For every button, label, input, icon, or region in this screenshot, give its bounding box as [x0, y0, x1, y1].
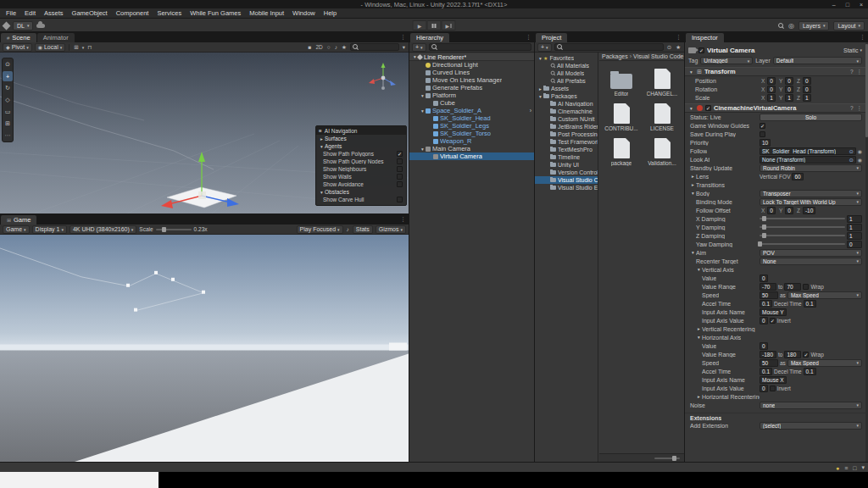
text-field[interactable]: 0: [760, 385, 768, 392]
nav-row-show-carve-hull[interactable]: Show Carve Hull: [316, 196, 406, 203]
hierarchy-search-input[interactable]: [429, 43, 531, 51]
y-field[interactable]: 1: [785, 94, 793, 102]
foldout-closed-icon[interactable]: ▸: [696, 394, 702, 399]
project-tree-item-textmeshpro[interactable]: TextMeshPro: [535, 146, 598, 153]
cinemachine-header[interactable]: ▾ ✓ CinemachineVirtualCamera ? ⋮: [685, 103, 865, 113]
checkbox[interactable]: [803, 284, 809, 290]
gear-icon[interactable]: ◉: [858, 157, 862, 163]
text-field[interactable]: 180: [784, 351, 801, 358]
slider[interactable]: [760, 243, 845, 245]
checkbox[interactable]: [770, 385, 776, 391]
menu-services[interactable]: Services: [153, 9, 186, 17]
scale-tool[interactable]: ◇: [3, 95, 13, 105]
checkbox[interactable]: [397, 174, 403, 180]
nav-row-surfaces[interactable]: ▸Surfaces: [316, 135, 406, 142]
nav-overlay-header[interactable]: ≡ AI Navigation: [316, 126, 406, 135]
foldout-open-icon[interactable]: ▾: [688, 106, 694, 111]
2d-toggle[interactable]: 2D: [314, 44, 323, 50]
mute-audio-icon[interactable]: ♪: [346, 226, 350, 232]
menu-assets[interactable]: Assets: [40, 9, 68, 17]
foldout-icon[interactable]: ▾: [420, 147, 426, 152]
chevron-down-icon[interactable]: ▾: [82, 45, 85, 50]
project-tree-item-post-processing[interactable]: Post Processing: [535, 130, 598, 138]
project-tree-item-version-control[interactable]: Version Control: [535, 169, 598, 176]
text-field[interactable]: 10: [760, 139, 771, 147]
binding-mode-dropdown[interactable]: Lock To Target With World Up▾: [760, 198, 862, 206]
slider-handle[interactable]: [162, 227, 166, 232]
account-dropdown[interactable]: DL ▾: [13, 21, 33, 30]
play-button[interactable]: ▶: [413, 20, 427, 30]
custom-tool[interactable]: ⋯: [3, 130, 13, 141]
search-by-label-icon[interactable]: ★: [675, 44, 682, 51]
cloud-icon[interactable]: [36, 24, 45, 28]
nav-row-show-neighbours[interactable]: Show Neighbours: [316, 165, 406, 173]
text-field[interactable]: -10: [803, 207, 815, 214]
text-field[interactable]: 60: [792, 173, 803, 180]
panel-menu-icon[interactable]: ⋮: [676, 34, 682, 41]
object-picker-icon[interactable]: ⊙: [849, 148, 854, 154]
hierarchy-item-cube[interactable]: Cube: [409, 99, 534, 107]
scale-slider[interactable]: [156, 229, 192, 230]
foldout-closed-icon[interactable]: ▸: [690, 174, 696, 179]
project-tree-item-visual-studio-co[interactable]: Visual Studio Co...: [535, 176, 598, 184]
project-search-input[interactable]: [554, 43, 664, 51]
hierarchy-item-sk-soldier-head[interactable]: SK_Soldier_Head: [409, 114, 534, 122]
text-field[interactable]: 0: [785, 207, 793, 214]
object-picker-icon[interactable]: ⊙: [849, 157, 854, 163]
pivot-dropdown[interactable]: ◆ Pivot ▾: [3, 43, 32, 52]
text-field[interactable]: 50: [760, 359, 778, 367]
panel-menu-icon[interactable]: ⋮: [860, 34, 865, 41]
move-tool[interactable]: +: [3, 71, 13, 81]
tab-hierarchy[interactable]: Hierarchy: [410, 33, 449, 42]
project-item-contribu[interactable]: CONTRIBU...: [602, 102, 641, 131]
y-field[interactable]: 0: [785, 77, 793, 85]
project-tree-item-all-models[interactable]: All Models: [535, 69, 598, 77]
text-field[interactable]: 0.1: [804, 300, 816, 308]
body-dropdown[interactable]: Transposer▾: [760, 190, 862, 197]
rotate-tool[interactable]: ↻: [3, 83, 13, 93]
hierarchy-item-line-renderer[interactable]: ▾Line Renderer*: [409, 53, 534, 61]
project-tree-item-cinemachine[interactable]: Cinemachine: [535, 108, 598, 115]
foldout-icon[interactable]: ▸: [537, 86, 543, 92]
gameobject-name[interactable]: Virtual Camera: [707, 47, 841, 54]
tab-scene[interactable]: # Scene: [1, 33, 36, 42]
scene-lighting-icon[interactable]: ○: [326, 44, 331, 50]
checkbox[interactable]: ✓: [803, 352, 809, 358]
standby-update-dropdown[interactable]: Round Robin▾: [760, 164, 862, 172]
foldout-closed-icon[interactable]: ▸: [690, 182, 696, 187]
z-field[interactable]: 0: [803, 77, 811, 85]
z-field[interactable]: 1: [803, 94, 811, 102]
snap-icon[interactable]: ⊓: [86, 44, 92, 51]
text-field[interactable]: Mouse Y: [760, 308, 787, 316]
foldout-open-icon[interactable]: ▾: [690, 250, 696, 255]
y-field[interactable]: 0: [785, 86, 793, 93]
project-item-license[interactable]: LICENSE: [643, 102, 682, 131]
component-menu-icon[interactable]: ⋮: [857, 69, 863, 75]
project-tree-item-test-framework[interactable]: Test Framework: [535, 138, 598, 146]
object-field[interactable]: SK_Soldier_Head (Transform)⊙: [760, 147, 856, 155]
x-field[interactable]: 0: [767, 77, 776, 85]
project-item-editor[interactable]: Editor: [602, 67, 641, 97]
layer-dropdown[interactable]: Default ▾: [773, 57, 862, 64]
display-dropdown[interactable]: Display 1 ▾: [32, 225, 67, 234]
add-extension-dropdown[interactable]: (select)▾: [760, 422, 862, 430]
project-tree-item-custom-nunit[interactable]: Custom NUnit: [535, 115, 598, 123]
nav-row-show-path-polygons[interactable]: Show Path Polygons✓: [316, 150, 406, 158]
foldout-icon[interactable]: ▾: [319, 190, 325, 195]
slider-handle[interactable]: [762, 233, 766, 238]
checkbox[interactable]: ✓: [770, 318, 776, 324]
panel-menu-icon[interactable]: ⋮: [526, 34, 531, 41]
game-mode-dropdown[interactable]: Game ▾: [3, 225, 30, 234]
project-tree-item-assets[interactable]: ▸Assets: [535, 85, 598, 92]
nav-row-show-walls[interactable]: Show Walls: [316, 173, 406, 180]
hierarchy-item-sk-soldier-torso[interactable]: SK_Soldier_Torso: [409, 130, 534, 137]
z-field[interactable]: 0: [803, 86, 811, 93]
foldout-closed-icon[interactable]: ▸: [696, 326, 702, 331]
checkbox[interactable]: [397, 181, 403, 187]
panel-menu-icon[interactable]: ⋮: [400, 34, 406, 41]
effects-icon[interactable]: ★: [341, 44, 348, 51]
step-button[interactable]: ▶: [442, 20, 456, 30]
foldout-open-icon[interactable]: ▾: [688, 69, 694, 75]
text-field[interactable]: -180: [760, 351, 776, 358]
text-field[interactable]: 0.1: [804, 368, 816, 375]
